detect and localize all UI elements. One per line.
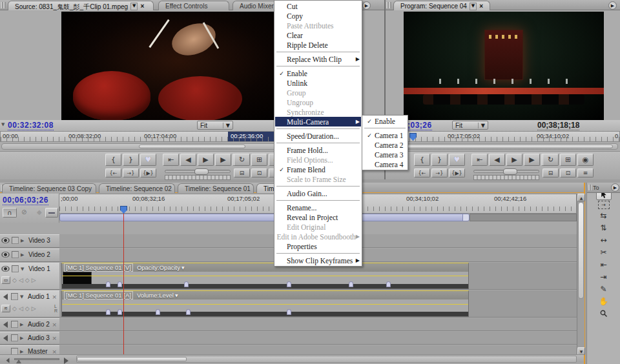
pen-tool-icon[interactable]: ✎ [596, 283, 612, 295]
submenu-item-enable[interactable]: Enable [363, 116, 407, 126]
export-frame-button[interactable] [577, 168, 594, 177]
menu-item-unlink[interactable]: Unlink [275, 78, 361, 88]
track-name[interactable]: Video 1 [28, 265, 50, 272]
clip-marker-icon[interactable] [287, 281, 291, 287]
scrollbar-thumb[interactable] [578, 202, 584, 299]
sync-lock-icon[interactable]: × [52, 321, 58, 328]
ripple-edit-tool-icon[interactable]: ⇆ [596, 210, 612, 221]
track-content-audio1[interactable]: [MC 1] Sequence 01 [A] Volume:Level ▼ [59, 290, 577, 318]
track-lock-toggle[interactable] [12, 251, 19, 258]
step-forward-button[interactable] [524, 154, 540, 166]
track-name[interactable]: Video 2 [28, 251, 50, 258]
track-lock-toggle[interactable] [12, 237, 19, 244]
add-keyframe-icon[interactable]: ◇ [25, 305, 30, 312]
close-icon[interactable]: × [140, 3, 144, 10]
track-display-style-button[interactable]: ▭ [1, 276, 10, 284]
jog-wheel[interactable] [473, 175, 539, 180]
source-fit-dropdown[interactable]: Fit ▼ [197, 121, 233, 130]
lift-button[interactable] [542, 168, 559, 177]
submenu-item-camera3[interactable]: Camera 3 [363, 150, 407, 159]
rolling-edit-tool-icon[interactable]: ⇅ [596, 222, 612, 234]
safe-margins-button[interactable] [560, 154, 576, 166]
work-area-bar[interactable] [59, 214, 470, 221]
toggle-track-output-icon[interactable] [1, 238, 10, 243]
zoom-tool-icon[interactable] [596, 308, 612, 319]
track-lock-toggle[interactable] [11, 293, 18, 300]
tab-source[interactable]: Source: 0831_鬼鼓_彭_千Clip 01.mpeg ▼ × [8, 1, 154, 10]
toggle-track-output-icon[interactable] [1, 252, 10, 258]
jog-wheel[interactable] [165, 175, 231, 180]
clip-marker-icon[interactable] [349, 281, 353, 287]
step-back-button[interactable] [180, 154, 196, 166]
go-to-previous-edit-button[interactable] [163, 154, 179, 166]
menu-item-frame-blend[interactable]: Frame Blend [275, 165, 361, 174]
loop-button[interactable] [234, 154, 250, 166]
snap-toggle-button[interactable]: ∩ [3, 208, 17, 217]
zoom-out-icon[interactable] [4, 358, 10, 363]
track-name[interactable]: Audio 2 [28, 321, 50, 328]
tab-timeline-seq01[interactable]: Timeline: Sequence 01 [178, 183, 254, 193]
track-name[interactable]: Audio 1 [28, 293, 50, 300]
track-lock-toggle[interactable] [12, 265, 19, 272]
overlay-button[interactable] [251, 168, 267, 177]
slide-tool-icon[interactable]: ⇥ [596, 271, 612, 283]
menu-item-copy[interactable]: Copy [275, 11, 361, 21]
show-keyframes-icon[interactable]: ◇ [12, 305, 17, 312]
audio-clip-effect-dropdown[interactable]: Volume:Level ▼ [137, 292, 178, 299]
go-to-out-button[interactable] [123, 168, 139, 177]
track-content-audio2[interactable] [59, 318, 577, 331]
clip-marker-icon[interactable] [106, 309, 110, 315]
menu-item-speed-duration[interactable]: Speed/Duration... [275, 131, 361, 141]
collapse-track-icon[interactable]: ▶ [20, 349, 26, 354]
zoom-in-icon[interactable] [64, 358, 72, 364]
zoom-slider[interactable] [14, 358, 59, 360]
submenu-item-camera1[interactable]: Camera 1 [363, 130, 407, 140]
menu-item-properties[interactable]: Properties [275, 241, 361, 251]
tab-program[interactable]: Program: Sequence 04 ▼ × [393, 1, 490, 10]
close-icon[interactable]: × [479, 3, 483, 10]
source-video-preview[interactable] [61, 12, 274, 120]
extract-button[interactable] [560, 168, 576, 177]
set-marker-button[interactable] [140, 154, 156, 166]
program-current-timecode[interactable]: ;03;26 [408, 121, 432, 130]
sync-lock-icon[interactable]: × [52, 294, 58, 300]
step-back-button[interactable] [489, 154, 505, 166]
expand-track-icon[interactable]: ▼ [21, 267, 26, 272]
play-button[interactable] [198, 154, 214, 166]
add-keyframe-icon[interactable]: ◇ [25, 277, 30, 283]
clip-marker-icon[interactable] [118, 281, 122, 287]
next-keyframe-icon[interactable]: ▷ [32, 305, 36, 312]
marker-menu-button[interactable] [45, 208, 58, 217]
expand-track-icon[interactable]: ▼ [20, 294, 26, 299]
menu-item-reveal-in-project[interactable]: Reveal in Project [275, 212, 361, 222]
collapse-track-icon[interactable]: ▶ [21, 238, 26, 243]
submenu-item-camera4[interactable]: Camera 4 [363, 159, 407, 169]
show-keyframes-icon[interactable]: ◇ [12, 277, 17, 283]
go-to-in-button[interactable] [105, 168, 121, 177]
previous-keyframe-icon[interactable]: ◁ [19, 305, 23, 312]
menu-item-rename[interactable]: Rename... [275, 203, 361, 212]
track-select-tool-icon[interactable]: → [598, 201, 610, 209]
video-clip-mc1[interactable]: [MC 1] Sequence 01 [V] Opacity:Opacity ▼ [61, 263, 469, 289]
program-fit-dropdown[interactable]: Fit ▼ [452, 121, 488, 130]
rate-stretch-tool-icon[interactable]: ↔ [596, 234, 612, 246]
program-ruler[interactable]: 00;17;05;02 00;34;10;02 0 [386, 131, 620, 142]
razor-tool-icon[interactable]: ✂ [596, 247, 612, 258]
menu-item-clear[interactable]: Clear [275, 30, 361, 40]
play-in-to-out-button[interactable] [140, 168, 156, 177]
play-in-to-out-button[interactable] [449, 168, 465, 177]
next-keyframe-icon[interactable]: ▷ [32, 277, 36, 283]
set-marker-button[interactable] [449, 154, 465, 166]
collapse-arrow-icon[interactable]: ▼ [1, 122, 5, 127]
go-to-previous-edit-button[interactable] [471, 154, 488, 166]
program-video-preview[interactable] [404, 12, 604, 120]
menu-item-cut[interactable]: Cut [275, 1, 361, 11]
clip-marker-icon[interactable] [386, 281, 391, 287]
toggle-track-mute-icon[interactable] [0, 294, 8, 300]
set-in-point-button[interactable] [105, 154, 121, 166]
sync-lock-icon[interactable]: × [52, 335, 58, 341]
chevron-down-icon[interactable]: ▼ [470, 3, 477, 10]
toggle-track-mute-icon[interactable] [0, 321, 8, 328]
play-button[interactable] [506, 154, 522, 166]
source-current-timecode[interactable]: 00:32:32:08 [8, 121, 54, 130]
